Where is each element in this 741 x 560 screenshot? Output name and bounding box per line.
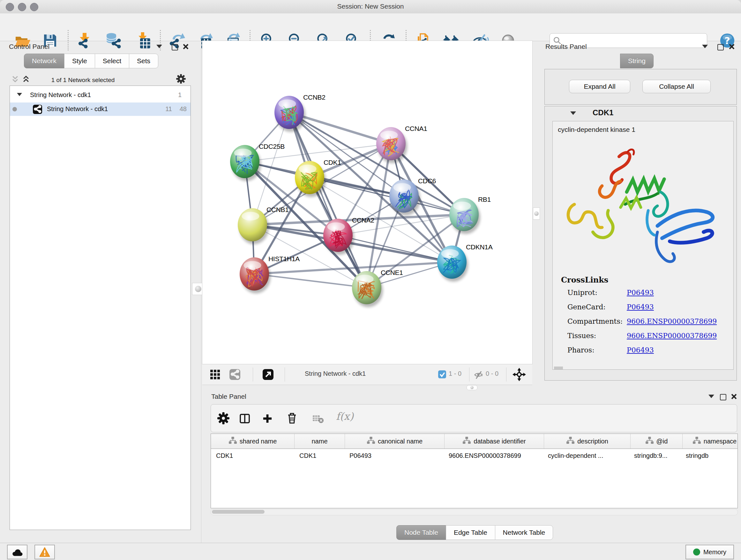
tab-string[interactable]: String xyxy=(620,54,654,68)
table-cell[interactable]: 9606.ENSP00000378699 xyxy=(444,452,543,459)
import-table-file-icon[interactable] xyxy=(134,32,150,49)
node-label-HIST1H1A: HIST1H1A xyxy=(268,255,300,262)
gene-description: cyclin-dependent kinase 1 xyxy=(558,126,635,133)
add-column-icon[interactable] xyxy=(262,413,273,425)
control-panel-float-icon[interactable] xyxy=(172,44,178,51)
cdk1-collapse-icon[interactable] xyxy=(570,111,576,115)
crosslink-label: Compartments: xyxy=(567,317,627,325)
column-label: namespace xyxy=(704,438,737,445)
table-toolbar: f(x) xyxy=(211,404,737,432)
import-network-file-icon[interactable] xyxy=(76,32,93,49)
shared-column-icon xyxy=(228,436,237,446)
node-label-CCNB1: CCNB1 xyxy=(266,206,289,213)
column-label: description xyxy=(577,438,608,445)
network-canvas[interactable]: CCNB2 CCNA1 CDC25B CDK1 CDC6 RB1 CCNB1 C… xyxy=(202,41,532,364)
collapse-all-button[interactable]: Collapse All xyxy=(643,80,711,93)
gene-name: CDK1 xyxy=(593,108,613,117)
crosslink-link[interactable]: P06493 xyxy=(627,346,654,354)
column-header-canonical-name[interactable]: canonical name xyxy=(345,434,445,449)
table-horizontal-scrollbar[interactable] xyxy=(211,509,738,515)
crosslink-link[interactable]: 9606.ENSP00000378699 xyxy=(627,332,717,340)
network-node-count: 11 xyxy=(165,105,172,113)
network-label: String Network - cdk1 xyxy=(47,105,108,113)
table-cell[interactable]: CDK1 xyxy=(211,452,294,459)
scrollbar-thumb[interactable] xyxy=(212,510,265,514)
hidden-eye-slash-icon[interactable] xyxy=(474,370,484,381)
control-panel-collapse-icon[interactable] xyxy=(156,45,162,48)
table-row[interactable]: CDK1CDK1P064939606.ENSP00000378699cyclin… xyxy=(211,449,738,462)
expand-all-button[interactable]: Expand All xyxy=(569,80,630,93)
table-cell[interactable]: cyclin-dependent ... xyxy=(543,452,629,459)
collection-expand-icon[interactable] xyxy=(17,93,22,96)
column-label: database identifier xyxy=(474,438,526,445)
tab-network[interactable]: Network xyxy=(24,54,64,68)
crosslink-link[interactable]: 9606.ENSP00000378699 xyxy=(627,317,717,325)
network-view-toolbar: String Network - cdk1 1 - 0 0 - 0 xyxy=(202,364,532,385)
node-label-RB1: RB1 xyxy=(478,196,491,203)
table-tabbar: Node TableEdge TableNetwork Table xyxy=(396,525,553,540)
table-cell[interactable]: CDK1 xyxy=(294,452,344,459)
column-label: name xyxy=(312,438,327,445)
table-gear-icon[interactable] xyxy=(217,412,229,426)
function-builder-icon: f(x) xyxy=(336,410,354,422)
column-header-name[interactable]: name xyxy=(294,434,345,449)
table-cell[interactable]: stringdb xyxy=(681,452,738,459)
node-label-CCNB2: CCNB2 xyxy=(303,94,326,101)
string-view-icon[interactable] xyxy=(229,369,240,381)
show-columns-icon[interactable] xyxy=(239,413,251,425)
memory-button[interactable]: Memory xyxy=(685,545,734,559)
bottom-splitter-handle[interactable] xyxy=(467,385,477,390)
hidden-node-edge-counts: 0 - 0 xyxy=(486,370,498,377)
cloud-icon xyxy=(11,548,23,557)
network-row-selected[interactable]: String Network - cdk1 11 48 xyxy=(10,103,191,116)
delete-table-icon xyxy=(313,414,324,425)
table-panel-close-icon[interactable] xyxy=(731,393,737,401)
results-panel-float-icon[interactable] xyxy=(718,44,724,51)
selected-checkbox-icon[interactable] xyxy=(438,370,446,380)
expand-all-tree-icon[interactable] xyxy=(22,75,30,84)
network-collection-row[interactable]: String Network - cdk1 1 xyxy=(10,88,191,102)
column-header-database-identifier[interactable]: database identifier xyxy=(445,434,544,449)
tab-node-table[interactable]: Node Table xyxy=(396,525,446,540)
table-cell[interactable]: P06493 xyxy=(344,452,444,459)
tab-select[interactable]: Select xyxy=(95,54,129,68)
crosslink-link[interactable]: P06493 xyxy=(627,303,654,311)
selected-node-edge-counts: 1 - 0 xyxy=(449,370,461,377)
results-panel-collapse-icon[interactable] xyxy=(702,45,708,48)
tab-sets[interactable]: Sets xyxy=(129,54,158,68)
network-selection-status: 1 of 1 Network selected xyxy=(35,77,131,84)
import-network-database-icon[interactable] xyxy=(105,32,122,49)
open-in-window-icon[interactable] xyxy=(263,369,273,381)
shared-column-icon xyxy=(462,436,471,446)
network-panel-gear-icon[interactable] xyxy=(176,74,186,85)
table-panel-collapse-icon[interactable] xyxy=(709,395,714,398)
column-header-description[interactable]: description xyxy=(544,434,630,449)
cloud-button[interactable] xyxy=(7,545,27,559)
column-header-shared-name[interactable]: shared name xyxy=(211,434,294,449)
crosslink-link[interactable]: P06493 xyxy=(627,289,654,297)
tab-style[interactable]: Style xyxy=(64,54,95,68)
network-view-dot-icon xyxy=(12,107,17,111)
tab-edge-table[interactable]: Edge Table xyxy=(446,525,495,540)
table-cell[interactable]: stringdb:9... xyxy=(629,452,681,459)
warning-button[interactable] xyxy=(35,545,55,559)
control-panel-close-icon[interactable] xyxy=(183,44,189,51)
grid-view-icon[interactable] xyxy=(210,370,220,381)
right-splitter-handle[interactable] xyxy=(533,207,540,220)
table-panel-float-icon[interactable] xyxy=(720,394,726,400)
column-header-namespace[interactable]: namespace xyxy=(683,434,738,449)
node-table[interactable]: shared namenamecanonical namedatabase id… xyxy=(211,434,738,508)
crosslink-row: Pharos:P06493 xyxy=(567,346,654,354)
network-graph[interactable]: CCNB2 CCNA1 CDC25B CDK1 CDC6 RB1 CCNB1 C… xyxy=(202,41,532,364)
birdseye-crosshair-icon[interactable] xyxy=(513,368,526,382)
delete-column-icon[interactable] xyxy=(286,412,298,426)
tab-network-table[interactable]: Network Table xyxy=(495,525,553,540)
memory-status-icon xyxy=(693,549,700,556)
collapse-all-tree-icon[interactable] xyxy=(11,75,19,84)
crosslinks-title: CrossLinks xyxy=(561,275,608,285)
results-panel-tabbar: String xyxy=(620,54,654,68)
results-panel-close-icon[interactable] xyxy=(729,44,735,51)
column-header--id[interactable]: @id xyxy=(630,434,683,449)
column-label: shared name xyxy=(240,438,277,445)
node-RB1[interactable]: RB1 xyxy=(449,196,491,231)
